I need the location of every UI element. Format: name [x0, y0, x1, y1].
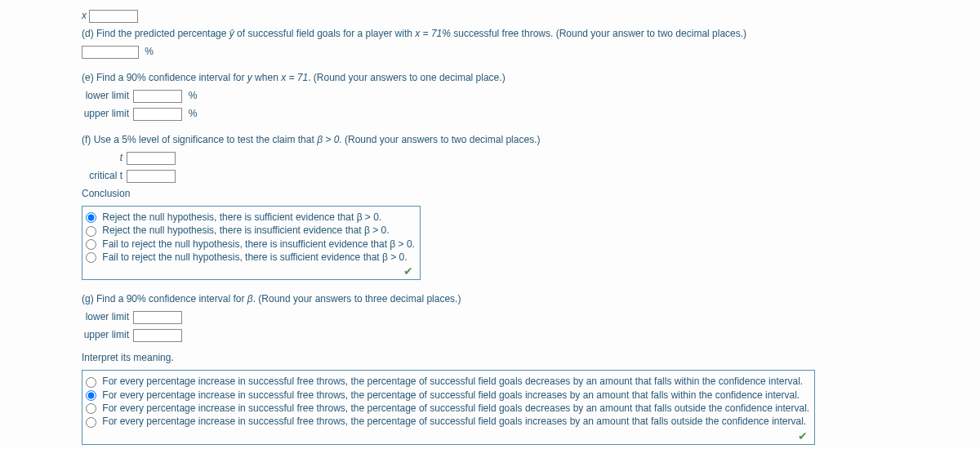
- f-t-label: t: [82, 150, 122, 165]
- e-x-expr: x = 71: [281, 72, 308, 83]
- e-upper-input[interactable]: [133, 108, 182, 121]
- f-beta-expr: β > 0: [317, 134, 339, 145]
- f-prompt-prefix: (f) Use a 5% level of significance to te…: [82, 134, 317, 145]
- f-crit-label: critical t: [82, 168, 122, 183]
- g-choice-box: For every percentage increase in success…: [82, 370, 815, 444]
- g-choice-3-radio[interactable]: [86, 417, 96, 428]
- d-prompt-tail: successful free throws. (Round your answ…: [451, 28, 746, 39]
- g-prompt-tail: . (Round your answers to three decimal p…: [253, 293, 461, 305]
- f-choice-0-label: Reject the null hypothesis, there is suf…: [102, 211, 381, 223]
- g-lower-label: lower limit: [82, 309, 129, 324]
- g-lower-input[interactable]: [133, 311, 182, 324]
- g-interpret-label: Interpret its meaning.: [82, 352, 174, 363]
- d-x-expr: x = 71%: [415, 28, 451, 39]
- g-choice-0-label: For every percentage increase in success…: [102, 376, 803, 387]
- g-upper-label: upper limit: [82, 327, 129, 342]
- e-prompt-tail: . (Round your answers to one decimal pla…: [308, 72, 505, 83]
- f-conclusion-label: Conclusion: [82, 188, 130, 199]
- g-check-icon: ✔: [86, 429, 809, 442]
- g-choice-3-label: For every percentage increase in success…: [102, 416, 806, 427]
- e-lower-input[interactable]: [133, 90, 182, 103]
- f-t-input[interactable]: [127, 152, 176, 165]
- e-prompt-prefix: (e) Find a 90% confidence interval for: [82, 72, 247, 83]
- d-unit: %: [145, 46, 154, 57]
- x-input[interactable]: [89, 10, 138, 23]
- f-choice-3-radio[interactable]: [86, 252, 96, 263]
- f-choice-2-radio[interactable]: [86, 239, 96, 250]
- f-choice-3-label: Fail to reject the null hypothesis, ther…: [102, 251, 407, 263]
- g-prompt-prefix: (g) Find a 90% confidence interval for: [82, 293, 247, 305]
- f-choice-2-label: Fail to reject the null hypothesis, ther…: [102, 238, 415, 250]
- section-d: (d) Find the predicted percentage ŷ of s…: [82, 26, 898, 59]
- e-upper-unit: %: [189, 108, 198, 119]
- g-choice-2-radio[interactable]: [86, 403, 96, 414]
- g-choice-2-label: For every percentage increase in success…: [102, 402, 809, 414]
- f-choice-0-radio[interactable]: [86, 212, 96, 223]
- f-crit-input[interactable]: [127, 170, 176, 183]
- d-prompt-prefix: (d) Find the predicted percentage: [82, 28, 229, 39]
- g-choice-0-radio[interactable]: [86, 377, 96, 388]
- section-f: (f) Use a 5% level of significance to te…: [82, 132, 898, 280]
- section-e: (e) Find a 90% confidence interval for y…: [82, 70, 898, 121]
- e-upper-label: upper limit: [82, 106, 129, 121]
- g-upper-input[interactable]: [133, 329, 182, 342]
- section-g: (g) Find a 90% confidence interval for β…: [82, 291, 898, 444]
- f-choice-box: Reject the null hypothesis, there is suf…: [82, 206, 421, 280]
- e-lower-unit: %: [189, 90, 198, 101]
- d-answer-input[interactable]: [82, 46, 139, 59]
- f-prompt-tail: . (Round your answers to two decimal pla…: [339, 134, 540, 145]
- f-check-icon: ✔: [86, 265, 415, 278]
- g-beta: β: [247, 293, 253, 305]
- d-prompt-mid: of successful field goals for a player w…: [234, 28, 415, 39]
- g-choice-1-radio[interactable]: [86, 390, 96, 401]
- f-choice-1-label: Reject the null hypothesis, there is ins…: [102, 224, 389, 236]
- e-lower-label: lower limit: [82, 88, 129, 103]
- f-choice-1-radio[interactable]: [86, 226, 96, 237]
- g-choice-1-label: For every percentage increase in success…: [102, 389, 800, 401]
- x-label: x: [82, 10, 87, 21]
- e-prompt-mid: when: [252, 72, 281, 83]
